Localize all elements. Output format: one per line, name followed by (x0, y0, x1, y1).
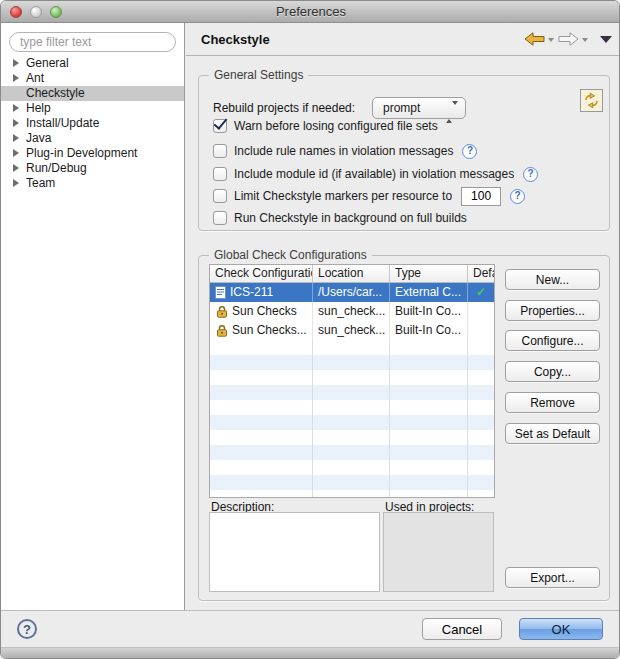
window-title: Preferences (1, 1, 620, 23)
copy-button[interactable]: Copy... (505, 361, 600, 382)
export-button[interactable]: Export... (505, 567, 600, 588)
sidebar-item-label: Checkstyle (26, 86, 85, 100)
group-title: General Settings (209, 68, 308, 82)
forward-history-caret-icon[interactable] (582, 38, 588, 42)
expand-arrow-icon[interactable] (13, 149, 19, 157)
table-row[interactable]: ICS-211 /Users/car... External C... ✓ (210, 283, 494, 302)
limit-markers-input[interactable] (461, 187, 501, 206)
preferences-sidebar: General Ant Checkstyle Help Install/Upda… (1, 23, 185, 610)
expand-arrow-icon[interactable] (13, 74, 19, 82)
table-row[interactable]: Sun Checks sun_check... Built-In Co... (210, 302, 494, 321)
filter-input[interactable] (9, 32, 176, 52)
group-title: Global Check Configurations (209, 248, 372, 262)
back-arrow-icon[interactable] (524, 32, 545, 46)
module-id-checkbox-row: Include module id (if available) in viol… (213, 165, 538, 183)
config-location: sun_check... (313, 321, 390, 340)
expand-arrow-icon[interactable] (13, 179, 19, 187)
config-name: Sun Checks (232, 302, 297, 321)
ok-button[interactable]: OK (519, 618, 603, 640)
config-location: /Users/car... (313, 283, 390, 302)
global-check-configurations-group: Global Check Configurations Check Config… (198, 255, 610, 601)
sidebar-item-help[interactable]: Help (1, 101, 184, 116)
properties-button[interactable]: Properties... (505, 300, 600, 321)
sidebar-item-team[interactable]: Team (1, 176, 184, 191)
column-divider (389, 340, 390, 498)
window-bottom-edge[interactable] (1, 647, 620, 659)
rule-names-checkbox[interactable] (213, 144, 227, 158)
preferences-tree: General Ant Checkstyle Help Install/Upda… (1, 56, 184, 191)
module-id-checkbox[interactable] (213, 167, 227, 181)
refresh-icon (583, 92, 600, 109)
column-header-location[interactable]: Location (313, 265, 390, 282)
limit-markers-label: Limit Checkstyle markers per resource to (234, 189, 452, 203)
config-type: Built-In Co... (390, 321, 468, 340)
help-icon[interactable]: ? (510, 189, 525, 204)
column-divider (312, 340, 313, 498)
table-header-row: Check Configuration Location Type Defaul… (210, 265, 494, 283)
popup-stepper-icon (446, 102, 458, 122)
expand-arrow-icon[interactable] (13, 164, 19, 172)
config-name: Sun Checks... (232, 321, 307, 340)
page-header: Checkstyle (186, 23, 620, 56)
column-header-check-configuration[interactable]: Check Configuration (210, 265, 313, 282)
sidebar-item-java[interactable]: Java (1, 131, 184, 146)
cancel-button[interactable]: Cancel (422, 618, 502, 640)
help-icon[interactable]: ? (462, 144, 477, 159)
config-type: Built-In Co... (390, 302, 468, 321)
used-in-projects-box (383, 512, 494, 592)
expand-arrow-icon[interactable] (13, 134, 19, 142)
limit-markers-checkbox[interactable] (213, 189, 227, 203)
configure-button[interactable]: Configure... (505, 330, 600, 351)
config-location: sun_check... (313, 302, 390, 321)
sidebar-item-install-update[interactable]: Install/Update (1, 116, 184, 131)
column-header-default[interactable]: Default (468, 265, 494, 282)
sidebar-item-label: Install/Update (26, 116, 99, 130)
column-divider (467, 340, 468, 498)
sidebar-item-checkstyle[interactable]: Checkstyle (1, 86, 184, 101)
sidebar-item-plugin-development[interactable]: Plug-in Development (1, 146, 184, 161)
sidebar-item-label: Run/Debug (26, 161, 87, 175)
check-configurations-table: Check Configuration Location Type Defaul… (209, 264, 495, 498)
rebuild-dropdown[interactable]: prompt (372, 97, 466, 119)
checkstyle-panel: Checkstyle General Settings Rebuild proj… (186, 23, 620, 610)
lock-icon (216, 305, 228, 318)
table-row[interactable]: Sun Checks... sun_check... Built-In Co..… (210, 321, 494, 340)
config-name: ICS-211 (230, 283, 273, 302)
rebuild-dropdown-value: prompt (383, 101, 420, 115)
expand-arrow-icon[interactable] (13, 119, 19, 127)
document-icon (215, 286, 226, 299)
preferences-window: Preferences General Ant Checkstyle Help … (0, 0, 620, 659)
sidebar-item-label: Plug-in Development (26, 146, 137, 160)
help-button[interactable]: ? (17, 619, 37, 639)
remove-button[interactable]: Remove (505, 392, 600, 413)
new-button[interactable]: New... (505, 269, 600, 290)
column-header-type[interactable]: Type (390, 265, 468, 282)
refresh-button[interactable] (580, 89, 603, 112)
warn-checkbox[interactable] (213, 119, 227, 133)
set-as-default-button[interactable]: Set as Default (505, 423, 600, 444)
description-textarea[interactable] (209, 512, 380, 592)
expand-arrow-icon[interactable] (13, 104, 19, 112)
help-icon[interactable]: ? (523, 167, 538, 182)
sidebar-item-ant[interactable]: Ant (1, 71, 184, 86)
config-type: External C... (390, 283, 468, 302)
table-empty-area[interactable] (210, 340, 494, 498)
back-history-caret-icon[interactable] (548, 38, 554, 42)
page-title: Checkstyle (201, 23, 270, 56)
sidebar-item-label: Team (26, 176, 55, 190)
general-settings-group: General Settings Rebuild projects if nee… (198, 75, 610, 231)
titlebar[interactable]: Preferences (1, 1, 620, 23)
rebuild-label: Rebuild projects if needed: (213, 101, 355, 115)
rule-names-label: Include rule names in violation messages (234, 144, 453, 158)
module-id-label: Include module id (if available) in viol… (234, 167, 514, 181)
sidebar-item-general[interactable]: General (1, 56, 184, 71)
default-check-icon: ✓ (468, 283, 494, 302)
expand-arrow-icon[interactable] (13, 59, 19, 67)
warn-label: Warn before losing configured file sets (234, 119, 438, 133)
sidebar-item-run-debug[interactable]: Run/Debug (1, 161, 184, 176)
history-nav (524, 32, 612, 46)
background-label: Run Checkstyle in background on full bui… (234, 211, 467, 225)
view-menu-icon[interactable] (600, 36, 612, 43)
background-checkbox[interactable] (213, 211, 227, 225)
forward-arrow-icon[interactable] (558, 32, 579, 46)
